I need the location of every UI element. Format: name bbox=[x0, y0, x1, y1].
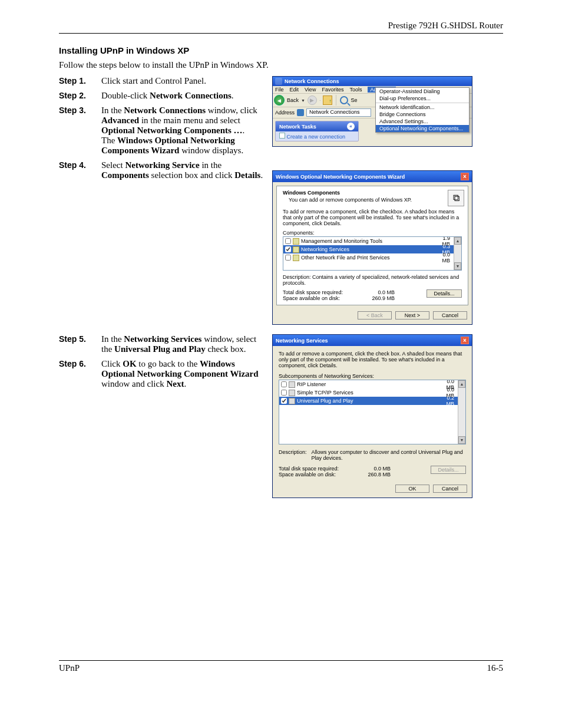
cancel-button[interactable]: Cancel bbox=[433, 311, 467, 319]
wizard-panel-head: Windows Components bbox=[283, 190, 462, 196]
dd-bridge[interactable]: Bridge Connections bbox=[376, 111, 469, 118]
ns-disk-avail-label: Space available on disk: bbox=[279, 472, 355, 477]
new-connection-icon[interactable] bbox=[279, 133, 285, 139]
list-item[interactable]: Networking Services 0.3 MB bbox=[283, 245, 461, 253]
footer-left: UPnP bbox=[59, 663, 80, 673]
ns-subcomponents-list[interactable]: RIP Listener 0.0 MB Simple TCP/IP Servic… bbox=[279, 380, 466, 444]
component-icon bbox=[289, 398, 295, 404]
address-value[interactable]: Network Connections bbox=[306, 108, 371, 117]
sidepane-item-create[interactable]: Create a new connection bbox=[287, 134, 346, 140]
disk-avail-label: Space available on disk: bbox=[283, 295, 359, 301]
ns-disk-req-value: 0.0 MB bbox=[355, 466, 391, 472]
wizard-list-label: Components: bbox=[283, 230, 462, 236]
list-item[interactable]: Simple TCP/IP Services 0.0 MB bbox=[279, 388, 465, 397]
step-4-label: Step 4. bbox=[59, 160, 101, 170]
step-5-label: Step 5. bbox=[59, 334, 101, 344]
item-name: RIP Listener bbox=[297, 381, 438, 387]
intro-text: Follow the steps below to install the UP… bbox=[59, 60, 503, 70]
sidepane-title: Network Tasks bbox=[279, 124, 316, 130]
back-dropdown-icon[interactable]: ▼ bbox=[301, 98, 305, 103]
dd-adv-settings[interactable]: Advanced Settings... bbox=[376, 118, 469, 125]
header-doc-title: Prestige 792H G.SHDSL Router bbox=[59, 21, 503, 31]
checkbox-mgmt[interactable] bbox=[285, 238, 291, 244]
dd-dialup-prefs[interactable]: Dial-up Preferences... bbox=[376, 95, 469, 102]
menu-file[interactable]: File bbox=[275, 87, 284, 93]
scrollbar[interactable]: ▲ ▼ bbox=[458, 380, 465, 444]
back-button-icon[interactable]: ◄ bbox=[274, 95, 285, 106]
item-name: Management and Monitoring Tools bbox=[301, 238, 434, 244]
checkbox-netsvc[interactable] bbox=[285, 246, 291, 252]
checkbox-tcpip[interactable] bbox=[281, 390, 287, 396]
forward-button-icon[interactable]: ▶ bbox=[308, 95, 317, 105]
disk-req-value: 0.0 MB bbox=[359, 289, 395, 295]
dd-network-id[interactable]: Network Identification... bbox=[376, 104, 469, 111]
checkbox-upnp[interactable] bbox=[281, 398, 287, 404]
ns-title: Networking Services bbox=[276, 338, 328, 344]
ok-button[interactable]: OK bbox=[395, 485, 429, 493]
ns-desc-text: Allows your computer to discover and con… bbox=[312, 449, 466, 461]
ns-desc-label: Description: bbox=[279, 449, 307, 461]
next-button[interactable]: Next > bbox=[395, 311, 429, 319]
item-name: Other Network File and Print Services bbox=[301, 255, 434, 261]
menu-favorites[interactable]: Favorites bbox=[322, 87, 343, 93]
folder-icon bbox=[293, 238, 299, 245]
search-text-trunc: Se bbox=[351, 97, 357, 103]
wizard-panel-sub: You can add or remove components of Wind… bbox=[289, 197, 462, 203]
ns-details-button: Details... bbox=[431, 466, 466, 474]
step-3-text: In the Network Connections window, click… bbox=[101, 106, 265, 156]
up-folder-icon[interactable]: ↑ bbox=[323, 95, 332, 105]
footer-rule bbox=[59, 660, 503, 661]
scroll-up-icon[interactable]: ▲ bbox=[454, 237, 461, 245]
nc-sidepane: Network Tasks « Create a new connection bbox=[275, 121, 359, 141]
nc-window-icon bbox=[275, 78, 282, 85]
wizard-components-list[interactable]: Management and Monitoring Tools 1.9 MB N… bbox=[283, 236, 462, 271]
screenshot-network-connections: Network Connections File Edit View Favor… bbox=[272, 76, 472, 147]
screenshot-wizard: Windows Optional Networking Components W… bbox=[272, 170, 472, 325]
advanced-dropdown[interactable]: Operator-Assisted Dialing Dial-up Prefer… bbox=[375, 87, 470, 133]
step-1-text: Click start and Control Panel. bbox=[101, 76, 265, 86]
details-button[interactable]: Details... bbox=[427, 289, 462, 298]
wizard-panel-note: To add or remove a component, click the … bbox=[283, 209, 462, 226]
item-name: Networking Services bbox=[301, 246, 434, 252]
back-label[interactable]: Back bbox=[287, 97, 299, 103]
disk-avail-value: 260.9 MB bbox=[359, 295, 395, 301]
menu-view[interactable]: View bbox=[305, 87, 316, 93]
scrollbar[interactable]: ▲ ▼ bbox=[454, 237, 461, 270]
back-button: < Back bbox=[358, 311, 392, 319]
search-icon[interactable] bbox=[340, 96, 348, 104]
list-item[interactable]: Management and Monitoring Tools 1.9 MB bbox=[283, 237, 461, 245]
list-item[interactable]: Universal Plug and Play 0.2 MB bbox=[279, 397, 465, 405]
nc-title: Network Connections bbox=[285, 78, 339, 84]
footer-right: 16-5 bbox=[487, 663, 504, 673]
step-6-text: Click OK to go back to the Windows Optio… bbox=[101, 359, 265, 389]
step-2-label: Step 2. bbox=[59, 91, 101, 100]
step-6-label: Step 6. bbox=[59, 359, 101, 368]
list-item[interactable]: Other Network File and Print Services 0.… bbox=[283, 253, 461, 262]
item-name: Simple TCP/IP Services bbox=[297, 390, 438, 396]
dd-operator-assisted[interactable]: Operator-Assisted Dialing bbox=[376, 88, 469, 95]
section-title: Installing UPnP in Windows XP bbox=[59, 45, 503, 55]
ns-disk-avail-value: 260.8 MB bbox=[355, 472, 391, 477]
menu-tools[interactable]: Tools bbox=[349, 87, 362, 93]
address-icon bbox=[297, 109, 304, 116]
item-name: Universal Plug and Play bbox=[297, 398, 438, 404]
step-1-label: Step 1. bbox=[59, 76, 101, 85]
toolbar-sep: · bbox=[319, 97, 321, 103]
component-icon bbox=[289, 381, 295, 388]
cancel-button[interactable]: Cancel bbox=[433, 485, 467, 493]
list-item[interactable]: RIP Listener 0.0 MB bbox=[279, 380, 465, 388]
scroll-down-icon[interactable]: ▼ bbox=[454, 262, 461, 270]
wizard-title: Windows Optional Networking Components W… bbox=[276, 174, 405, 180]
wizard-description: Description: Contains a variety of speci… bbox=[283, 274, 462, 286]
checkbox-other[interactable] bbox=[285, 255, 291, 261]
screenshot-networking-services: Networking Services × To add or remove a… bbox=[272, 334, 472, 498]
menu-edit[interactable]: Edit bbox=[290, 87, 299, 93]
scroll-up-icon[interactable]: ▲ bbox=[458, 380, 465, 388]
wizard-close-icon[interactable]: × bbox=[461, 173, 469, 180]
ns-close-icon[interactable]: × bbox=[461, 337, 469, 344]
sidepane-collapse-icon[interactable]: « bbox=[347, 123, 355, 130]
dd-sep1 bbox=[376, 103, 469, 103]
dd-optional-net[interactable]: Optional Networking Components... bbox=[376, 125, 469, 132]
checkbox-rip[interactable] bbox=[281, 381, 287, 387]
scroll-down-icon[interactable]: ▼ bbox=[458, 436, 465, 444]
